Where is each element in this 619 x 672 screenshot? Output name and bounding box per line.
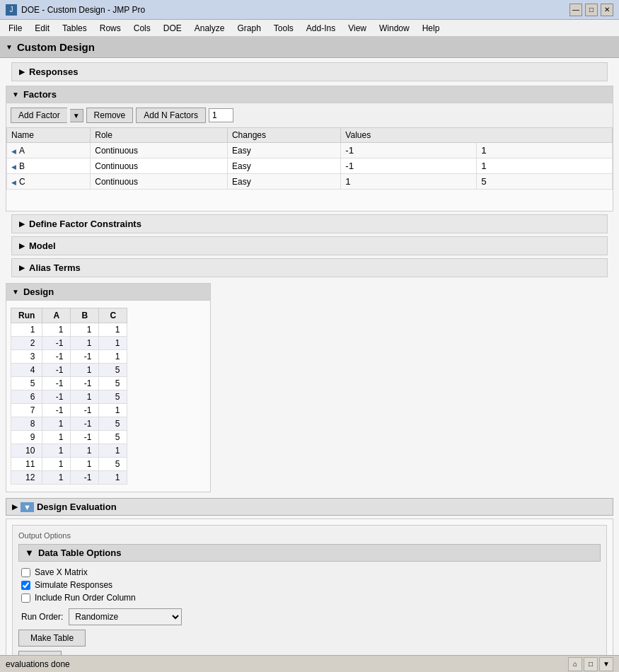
design-section-header[interactable]: ▼ Design <box>6 284 210 301</box>
custom-design-header[interactable]: ▼ Custom Design <box>0 37 619 58</box>
model-section-header[interactable]: ▶ Model <box>11 236 608 255</box>
output-options-label: Output Options <box>18 531 601 540</box>
design-cell-col1: -1 <box>42 350 71 364</box>
col-values-header: Values <box>341 128 613 143</box>
factor-b-name: ◀B <box>7 158 91 174</box>
factors-table: Name Role Changes Values ◀A Continuous E… <box>6 127 613 190</box>
remove-button[interactable]: Remove <box>86 108 134 123</box>
custom-design-label: Custom Design <box>17 41 95 53</box>
menu-edit[interactable]: Edit <box>29 22 55 35</box>
status-bar: evaluations done ⌂ □ ▼ <box>0 655 619 672</box>
design-cell-col2: -1 <box>71 471 99 485</box>
design-evaluation-header[interactable]: ▶ ▼ Design Evaluation <box>6 498 613 516</box>
alias-triangle: ▶ <box>19 264 25 272</box>
design-table-row: 91-15 <box>11 431 127 444</box>
design-cell-col1: 1 <box>42 444 71 458</box>
add-factor-dropdown-arrow[interactable]: ▼ <box>70 109 83 122</box>
add-n-factors-button[interactable]: Add N Factors <box>136 108 206 123</box>
menu-cols[interactable]: Cols <box>128 22 156 35</box>
menu-doe[interactable]: DOE <box>158 22 187 35</box>
n-factors-input[interactable] <box>209 108 233 122</box>
design-cell-col3: 5 <box>99 377 127 390</box>
factor-row-c: ◀C Continuous Easy <box>7 174 613 190</box>
design-cell-col3: 5 <box>99 390 127 404</box>
design-table-row: 4-115 <box>11 364 127 377</box>
design-cell-col0: 5 <box>11 377 42 390</box>
design-cell-col1: 1 <box>42 431 71 444</box>
simulate-responses-checkbox[interactable] <box>21 581 30 590</box>
design-cell-col0: 6 <box>11 390 42 404</box>
design-cell-col1: -1 <box>42 364 71 377</box>
constraints-label: Define Factor Constraints <box>29 219 141 229</box>
menu-bar: File Edit Tables Rows Cols DOE Analyze G… <box>0 20 619 37</box>
design-cell-col1: -1 <box>42 337 71 350</box>
menu-tables[interactable]: Tables <box>57 22 93 35</box>
main-content: ▼ Custom Design ▶ Responses ▼ Factors Ad… <box>0 37 619 655</box>
design-cell-col1: 1 <box>42 417 71 431</box>
design-cell-col0: 9 <box>11 431 42 444</box>
data-table-options-section: ▼ Data Table Options Save X Matrix Simul… <box>18 544 601 655</box>
responses-triangle: ▶ <box>19 68 25 76</box>
factor-c-val1[interactable] <box>341 174 477 190</box>
include-run-order-checkbox[interactable] <box>21 593 30 603</box>
output-options-group: Output Options ▼ Data Table Options Save… <box>12 525 607 655</box>
factor-row-b: ◀B Continuous Easy <box>7 158 613 174</box>
responses-section-header[interactable]: ▶ Responses <box>11 62 608 81</box>
factor-c-val2[interactable] <box>477 174 613 190</box>
define-factor-constraints-header[interactable]: ▶ Define Factor Constraints <box>11 214 608 233</box>
menu-file[interactable]: File <box>3 22 28 35</box>
menu-addins[interactable]: Add-Ins <box>301 22 341 35</box>
col-name-header: Name <box>7 128 91 143</box>
close-button[interactable]: ✕ <box>601 4 613 16</box>
design-table: Run A B C 11112-1113-1-114-1155-1-156-11… <box>11 308 127 485</box>
save-x-matrix-checkbox[interactable] <box>21 568 30 577</box>
alias-terms-header[interactable]: ▶ Alias Terms <box>11 258 608 277</box>
design-table-row: 2-111 <box>11 337 127 350</box>
design-eval-label: Design Evaluation <box>37 502 117 512</box>
factor-a-name: ◀A <box>7 143 91 158</box>
menu-tools[interactable]: Tools <box>268 22 299 35</box>
data-table-options-header[interactable]: ▼ Data Table Options <box>18 544 601 562</box>
design-cell-col1: -1 <box>42 390 71 404</box>
maximize-button[interactable]: □ <box>585 4 598 16</box>
factor-row-a: ◀A Continuous Easy <box>7 143 613 158</box>
menu-window[interactable]: Window <box>374 22 415 35</box>
save-x-matrix-row: Save X Matrix <box>18 567 601 577</box>
design-table-row: 10111 <box>11 444 127 458</box>
design-col-a: A <box>42 308 71 323</box>
window-controls[interactable]: — □ ✕ <box>569 4 613 16</box>
factor-a-val2[interactable] <box>477 143 613 158</box>
add-factor-button[interactable]: Add Factor <box>11 108 67 123</box>
design-cell-col2: 1 <box>71 444 99 458</box>
status-text: evaluations done <box>6 659 70 669</box>
make-table-button[interactable]: Make Table <box>18 630 86 647</box>
design-cell-col0: 11 <box>11 458 42 471</box>
design-table-row: 5-1-15 <box>11 377 127 390</box>
status-window-icon[interactable]: □ <box>584 657 598 671</box>
include-run-order-label: Include Run Order Column <box>35 593 136 603</box>
design-table-row: 3-1-11 <box>11 350 127 364</box>
menu-view[interactable]: View <box>342 22 372 35</box>
status-home-icon[interactable]: ⌂ <box>568 657 582 671</box>
design-cell-col2: -1 <box>71 377 99 390</box>
run-order-select[interactable]: Randomize Sequential Sort by Factor <box>69 608 182 625</box>
window-title: DOE - Custom Design - JMP Pro <box>21 5 145 15</box>
design-table-row: 6-115 <box>11 390 127 404</box>
menu-analyze[interactable]: Analyze <box>189 22 231 35</box>
menu-graph[interactable]: Graph <box>231 22 266 35</box>
factor-b-val1[interactable] <box>341 158 477 174</box>
design-cell-col0: 1 <box>11 323 42 337</box>
design-table-row: 1111 <box>11 323 127 337</box>
factors-section-header[interactable]: ▼ Factors <box>6 86 613 103</box>
design-table-row: 121-11 <box>11 471 127 485</box>
design-eval-inner-triangle: ▼ <box>21 502 34 512</box>
factor-c-role: Continuous <box>91 174 228 190</box>
design-cell-col1: 1 <box>42 471 71 485</box>
status-icons: ⌂ □ ▼ <box>568 657 613 671</box>
menu-help[interactable]: Help <box>417 22 446 35</box>
menu-rows[interactable]: Rows <box>94 22 127 35</box>
factor-a-val1[interactable] <box>341 143 477 158</box>
minimize-button[interactable]: — <box>569 4 582 16</box>
factor-b-val2[interactable] <box>477 158 613 174</box>
status-down-icon[interactable]: ▼ <box>599 657 613 671</box>
